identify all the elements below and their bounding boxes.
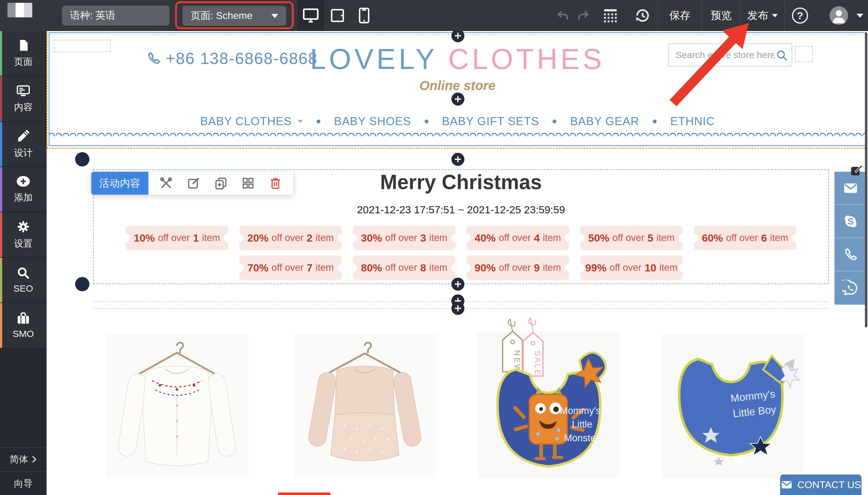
add-block-button[interactable] <box>451 92 465 106</box>
coupon-row-2: 70%off over7item 80%off over8item 90%off… <box>93 256 829 280</box>
store-search-box <box>668 44 792 66</box>
contact-us-label: CONTACT US <box>797 479 861 491</box>
sidebar-item-settings[interactable]: 设置 <box>0 212 47 258</box>
sidebar-item-design[interactable]: 设计 <box>0 122 47 167</box>
avatar[interactable] <box>830 6 848 25</box>
sidebar-wizard[interactable]: 向导 <box>0 472 47 495</box>
skype-contact-button[interactable]: S <box>834 205 867 238</box>
orange-dashed-guide-vertical <box>47 32 48 148</box>
language-selector[interactable]: 语种: 英语 <box>62 5 170 25</box>
grid-layout-button[interactable] <box>601 0 620 31</box>
nav-dot-separator <box>653 120 657 123</box>
coupon-percent: 30% <box>361 232 382 244</box>
help-glyph: ? <box>797 10 803 22</box>
product-image-embroidered-blouse[interactable] <box>106 334 248 479</box>
contact-us-button[interactable]: CONTACT US <box>780 475 862 495</box>
coupon-badge[interactable]: 80%off over8item <box>353 256 455 280</box>
coupon-item-text: item <box>316 262 334 273</box>
coupon-item-text: item <box>543 232 561 243</box>
add-block-button[interactable] <box>451 29 465 42</box>
coupon-badge[interactable]: 99%off over10item <box>580 256 683 280</box>
logo-part-1: LOVELY <box>310 43 437 75</box>
nav-item-baby-gift-sets[interactable]: BABY GIFT SETS <box>442 115 539 128</box>
edit-section-icon[interactable] <box>849 164 864 177</box>
sidebar-item-seo[interactable]: SEO <box>0 258 47 303</box>
sidebar-item-smo[interactable]: SMO <box>0 303 47 348</box>
add-block-button[interactable] <box>451 278 465 291</box>
redo-button[interactable] <box>574 0 592 31</box>
layout-grid-icon[interactable] <box>241 176 255 190</box>
whatsapp-icon <box>842 280 859 296</box>
duplicate-icon[interactable] <box>213 176 228 190</box>
search-icon[interactable] <box>776 49 788 62</box>
block-editor-toolbar: 活动内容 <box>91 172 293 195</box>
coupon-item-text: item <box>657 232 675 243</box>
search-input[interactable] <box>669 44 774 66</box>
coupon-off-text: off over <box>499 262 531 273</box>
sidebar-language-switch[interactable]: 简体 <box>0 447 47 471</box>
chevron-down-icon <box>856 14 863 18</box>
coupon-badge[interactable]: 10%off over1item <box>126 226 228 250</box>
coupon-badge[interactable]: 30%off over3item <box>353 226 455 250</box>
save-button[interactable]: 保存 <box>658 0 701 31</box>
briefcase-icon <box>16 312 31 325</box>
nav-item-baby-gear[interactable]: BABY GEAR <box>570 115 639 128</box>
sidebar-item-content[interactable]: 内容 <box>0 76 47 122</box>
section-drag-handle[interactable] <box>75 277 89 291</box>
coupon-badge[interactable]: 60%off over6item <box>694 226 796 250</box>
mail-icon <box>843 180 859 196</box>
whatsapp-contact-button[interactable] <box>834 271 867 305</box>
nav-dot-separator <box>425 120 429 123</box>
page-scrollbar[interactable] <box>865 32 867 327</box>
section-drag-handle[interactable] <box>75 152 89 167</box>
design-icon <box>16 129 30 143</box>
coupon-count: 5 <box>647 232 654 244</box>
coupon-item-text: item <box>543 262 561 273</box>
preview-label: 预览 <box>711 8 732 23</box>
coupon-badge[interactable]: 20%off over2item <box>239 226 342 250</box>
device-tablet-button[interactable] <box>324 0 351 31</box>
language-switch-label: 简体 <box>10 453 28 466</box>
coupon-off-text: off over <box>726 232 758 243</box>
edit-icon[interactable] <box>186 176 201 190</box>
logo-part-2: CLOTHES <box>448 43 605 75</box>
product-image-bib-monster[interactable]: NEW SALE Mommy's Little Monster <box>477 315 620 478</box>
coupon-count: 8 <box>420 262 426 274</box>
coupon-badge[interactable]: 40%off over4item <box>467 226 569 250</box>
nav-item-baby-clothes[interactable]: BABY CLOTHES <box>200 115 292 128</box>
add-block-button[interactable] <box>451 302 465 315</box>
undo-button[interactable] <box>554 0 572 31</box>
bib-text-line: Monster <box>564 432 599 443</box>
account-menu-button[interactable] <box>853 0 867 31</box>
nav-item-baby-shoes[interactable]: BABY SHOES <box>334 115 411 128</box>
language-label: 语种: 英语 <box>70 9 116 22</box>
device-desktop-button[interactable] <box>297 0 324 31</box>
redo-icon <box>576 9 590 22</box>
coupon-badge[interactable]: 50%off over5item <box>580 226 683 250</box>
toolbar-separator <box>784 0 785 31</box>
preview-button[interactable]: 预览 <box>702 0 740 31</box>
page-selector-highlight <box>175 1 294 29</box>
coupon-badge[interactable]: 90%off over9item <box>467 256 569 280</box>
product-image-bib-boy[interactable]: Mommy's Little Boy <box>661 334 804 479</box>
trash-icon[interactable] <box>268 176 282 190</box>
nav-item-ethnic[interactable]: ETHNIC <box>670 115 715 128</box>
sidebar-item-label: 添加 <box>14 191 33 204</box>
tools-icon[interactable] <box>159 176 173 190</box>
sidebar-item-add[interactable]: 添加 <box>0 167 47 212</box>
chevron-right-icon <box>31 455 37 463</box>
publish-button[interactable]: 发布 <box>741 0 784 31</box>
add-block-button[interactable] <box>451 153 465 166</box>
undo-icon <box>556 9 570 22</box>
device-mobile-button[interactable] <box>351 0 378 31</box>
product-image-pink-dress[interactable] <box>293 334 436 479</box>
help-button[interactable]: ? <box>789 0 811 31</box>
coupon-percent: 80% <box>361 262 382 274</box>
mail-icon <box>780 479 793 491</box>
coupon-count: 4 <box>534 232 540 244</box>
phone-contact-button[interactable] <box>834 238 867 271</box>
coupon-off-text: off over <box>612 232 644 243</box>
sidebar-item-pages[interactable]: 页面 <box>0 31 47 76</box>
coupon-badge[interactable]: 70%off over7item <box>239 256 342 280</box>
history-button[interactable] <box>633 0 653 31</box>
